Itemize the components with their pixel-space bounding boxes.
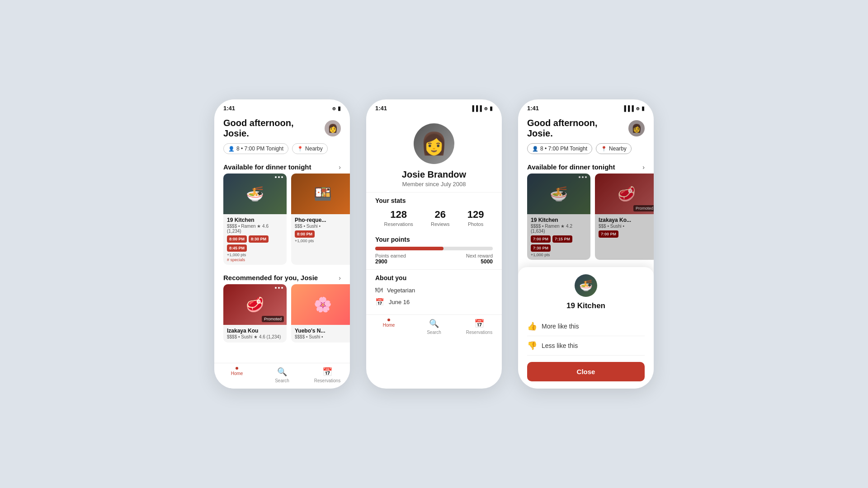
s3-section-row: Available for dinner tonight ›	[518, 159, 654, 174]
close-button[interactable]: Close	[527, 362, 645, 381]
section-dinner-row: Available for dinner tonight ›	[214, 159, 350, 174]
rest-card-3[interactable]: 🥩 Promoted Izakaya Kou $$$$ • Sushi ★ 4.…	[223, 284, 287, 343]
stat-reservations: 128 Reservations	[384, 209, 413, 227]
card-name-4: Yuebo's N...	[295, 328, 350, 334]
stat-rev-num: 26	[431, 209, 450, 221]
wifi-icon-2: ⌾	[484, 105, 487, 112]
fork-icon: 🍽	[375, 286, 382, 294]
s3-slot-1b: 7:15 PM	[552, 235, 572, 243]
person-icon-3: 👤	[532, 146, 538, 152]
section-rec-row: Recommended for you, Josie ›	[214, 269, 350, 284]
battery-icon-3: ▮	[642, 105, 645, 112]
calendar-icon-2: 📅	[474, 319, 484, 328]
tab-reservations-1[interactable]: 📅 Reservations	[305, 367, 350, 383]
rest-card-1[interactable]: 🍜 19 Kitchen $$$$ • Ramen ★ 4.6 (1,234) …	[223, 174, 287, 265]
rec-cards: 🥩 Promoted Izakaya Kou $$$$ • Sushi ★ 4.…	[214, 284, 350, 347]
about-item-date: 📅 June 16	[375, 298, 493, 306]
tab-bar-2: Home 🔍 Search 📅 Reservations	[366, 314, 502, 340]
stat-photo-label: Photos	[467, 221, 484, 227]
about-item-diet: 🍽 Vegetarian	[375, 286, 493, 294]
slot-2a[interactable]: 8:00 PM	[295, 230, 315, 238]
s3-card-dots	[579, 176, 587, 178]
tab-search-1[interactable]: 🔍 Search	[259, 367, 305, 383]
s3-pts-1: +1,000 pts	[531, 253, 587, 257]
stat-res-num: 128	[384, 209, 413, 221]
rest-card-4[interactable]: 🌸 Yuebo's N... $$$$ • Sushi •	[291, 284, 350, 343]
filter-location-3: 📍 Nearby	[596, 143, 632, 154]
stat-photo-num: 129	[467, 209, 484, 221]
promoted-badge-3: Promoted	[262, 316, 284, 322]
s3-rest-card-2: 🥩 Promoted Izakaya Ko... $$$ • Sushi • 7…	[595, 174, 654, 260]
next-reward-val: 5000	[466, 258, 493, 265]
screen1-scroll[interactable]: Good afternoon, Josie. 👩 👤 8 • 7:00 PM T…	[214, 114, 350, 363]
stat-rev-label: Reviews	[431, 221, 450, 227]
s3-food-img-1: 🍜	[527, 174, 590, 214]
rest-card-2[interactable]: 🍱 Pho-reque... $$$ • Sushi • 8:00 PM +1,…	[291, 174, 350, 265]
tab-home-1[interactable]: Home	[214, 367, 259, 383]
time-2: 1:41	[375, 105, 387, 112]
popup-overlay: 🍜 19 Kitchen 👍 More like this 👎 Less lik…	[518, 267, 654, 389]
slot-1b[interactable]: 8:30 PM	[249, 235, 269, 243]
stat-res-label: Reservations	[384, 221, 413, 227]
person-icon: 👤	[228, 146, 235, 152]
food-image-4: 🌸	[291, 284, 350, 325]
s3-card-info-2: Izakaya Ko... $$$ • Sushi • 7:00 PM	[595, 214, 654, 240]
stats-section: Your stats 128 Reservations 26 Reviews 1…	[366, 192, 502, 231]
profile-section: 👩 Josie Brandow Member since July 2008	[366, 114, 502, 192]
chevron-dinner[interactable]: ›	[339, 164, 341, 171]
s3-card-name-2: Izakaya Ko...	[599, 217, 654, 223]
profile-avatar[interactable]: 👩	[414, 123, 454, 164]
pts-1: +1,000 pts	[227, 253, 283, 257]
time-slots-2: 8:00 PM	[295, 230, 350, 238]
tab-home-2[interactable]: Home	[366, 319, 411, 335]
wifi-icon-3: ⌾	[636, 105, 639, 112]
card-name-1: 19 Kitchen	[227, 217, 283, 223]
specials-1: # specials	[227, 258, 283, 262]
slot-1c[interactable]: 8:45 PM	[227, 244, 247, 252]
card-img-4: 🌸	[291, 284, 350, 325]
slot-1a[interactable]: 8:00 PM	[227, 235, 247, 243]
tab-home-label-2: Home	[383, 323, 395, 328]
status-bar-3: 1:41 ▐▐▐ ⌾ ▮	[518, 99, 654, 114]
s3-cards: 🍜 19 Kitchen $$$$ • Ramen ★ 4.2 (1,634) …	[518, 174, 654, 264]
tab-search-2[interactable]: 🔍 Search	[411, 319, 457, 335]
screens-container: 1:41 ⌾ ▮ Good afternoon, Josie. 👩 👤 8 • …	[214, 99, 654, 389]
greeting-text-1: Good afternoon, Josie.	[223, 118, 314, 139]
filter-guests[interactable]: 👤 8 • 7:00 PM Tonight	[223, 143, 288, 154]
location-icon: 📍	[297, 146, 303, 152]
card-meta-1: $$$$ • Ramen ★ 4.6 (1,234)	[227, 224, 283, 234]
profile-since: Member since July 2008	[402, 181, 466, 188]
s3-slot-2a: 7:00 PM	[599, 230, 618, 238]
card-dots-1	[275, 176, 283, 178]
screen2-content: 👩 Josie Brandow Member since July 2008 Y…	[366, 114, 502, 389]
card-info-2: Pho-reque... $$$ • Sushi • 8:00 PM +1,00…	[291, 214, 350, 246]
popup-less-like-this[interactable]: 👎 Less like this	[527, 336, 645, 356]
avatar-1[interactable]: 👩	[325, 120, 341, 136]
card-img-1: 🍜	[223, 174, 287, 214]
cal-icon: 📅	[375, 298, 384, 306]
stat-photos: 129 Photos	[467, 209, 484, 227]
s3-slot-1a: 7:00 PM	[531, 235, 551, 243]
tab-reservations-2[interactable]: 📅 Reservations	[457, 319, 502, 335]
s3-slot-1c: 7:30 PM	[531, 244, 551, 252]
greeting-row-3: Good afternoon, Josie. 👩	[527, 118, 645, 139]
stat-reviews: 26 Reviews	[431, 209, 450, 227]
chevron-rec[interactable]: ›	[339, 274, 341, 282]
s3-chevron: ›	[642, 164, 645, 171]
section1-title: Available for dinner tonight	[223, 163, 311, 171]
status-bar-1: 1:41 ⌾ ▮	[214, 99, 350, 114]
points-earned-label: Points earned	[375, 253, 406, 258]
card-img-3: 🥩 Promoted	[223, 284, 287, 325]
card-info-1: 19 Kitchen $$$$ • Ramen ★ 4.6 (1,234) 8:…	[223, 214, 287, 265]
location-icon-3: 📍	[601, 146, 607, 152]
profile-name: Josie Brandow	[402, 169, 466, 180]
tab-bar-1: Home 🔍 Search 📅 Reservations	[214, 363, 350, 389]
stats-row: 128 Reservations 26 Reviews 129 Photos	[375, 209, 493, 227]
points-earned-group: Points earned 2900	[375, 253, 406, 265]
calendar-icon-1: 📅	[322, 367, 332, 377]
filter-location[interactable]: 📍 Nearby	[292, 143, 328, 154]
status-bar-2: 1:41 ▐▐▐ ⌾ ▮	[366, 99, 502, 114]
points-labels: Points earned 2900 Next reward 5000	[375, 253, 493, 265]
battery-icon: ▮	[338, 105, 341, 112]
popup-more-like-this[interactable]: 👍 More like this	[527, 317, 645, 336]
